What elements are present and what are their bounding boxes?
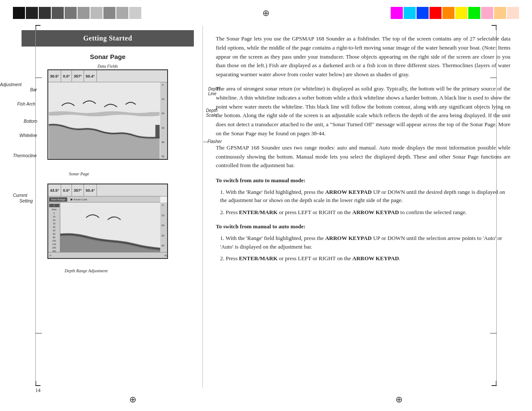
label-thermocline: Thermocline: [13, 153, 37, 158]
color-strip-right: [391, 7, 519, 19]
dr-df-3: 357°: [72, 184, 84, 196]
data-fields-label: Data Fields: [97, 64, 118, 68]
df-cell-3: 357°: [72, 70, 84, 82]
bold-arrow-keypad-4: ARROW KEYPAD: [352, 255, 399, 262]
bold-arrow-keypad-2: ARROW KEYPAD: [352, 209, 399, 215]
sonar-diagram-container: Data Fields Adjustment Bar Fish Arch Bot…: [22, 64, 194, 168]
label-setting: Setting: [19, 199, 33, 203]
label-whiteline: Whiteline: [19, 133, 37, 138]
main-content: Getting Started Sonar Page Data Fields A…: [0, 26, 532, 388]
dr-df-4: 50.4°: [84, 184, 97, 196]
dr-data-fields-row: 43.5° 0.0° 357° 50.4°: [48, 184, 167, 196]
swatch: [391, 7, 403, 19]
paragraph-3: The GPSMAP 168 Sounder uses two range mo…: [216, 143, 510, 170]
swatch: [481, 7, 493, 19]
label-bottom: Bottom: [24, 119, 37, 124]
heading-manual-to-auto: To switch from manual to auto mode:: [216, 222, 510, 231]
label-depth-scale: Depth Scale: [206, 108, 218, 118]
swatch: [26, 7, 38, 19]
color-strip-left: [13, 7, 141, 19]
depth-range-diagram: Current Setting 43.5° 0.0°: [47, 184, 194, 265]
depth-range-container: Current Setting 43.5° 0.0°: [22, 184, 194, 265]
sonar-svg: [48, 82, 160, 159]
side-mark-rt: [490, 78, 497, 78]
step-m2a-1: With the 'Range' field highlighted, pres…: [220, 234, 510, 251]
label-depth-line: Depth Line: [208, 87, 220, 96]
label-adjustment: Adjustment: [0, 82, 22, 87]
paragraph-1: The Sonar Page lets you use the GPSMAP 1…: [216, 34, 510, 79]
side-mark-lb: [35, 333, 42, 333]
dr-range-panel: 2 Auto 5 10 20 30 40 50 60 80 100 150: [48, 202, 60, 258]
bottom-crosshair-left: ⊕: [129, 394, 137, 405]
bold-enter-mark-1: ENTER/MARK: [239, 209, 278, 215]
sonar-display: [48, 82, 160, 159]
top-crosshair: ⊕: [262, 8, 270, 18]
label-flasher: —Flasher: [203, 139, 222, 144]
depth-range-screen: 43.5° 0.0° 357° 50.4°: [47, 184, 168, 259]
swatch: [442, 7, 454, 19]
swatch: [129, 7, 141, 19]
paragraph-2: The area of strongest sonar return (or w…: [216, 84, 510, 138]
swatch: [116, 7, 128, 19]
swatch: [39, 7, 51, 19]
bold-enter-mark-2: ENTER/MARK: [239, 255, 278, 262]
svg-rect-1: [156, 125, 160, 138]
bold-arrow-keypad-3: ARROW KEYPAD: [325, 235, 372, 241]
heading-auto-to-manual: To switch from auto to manual mode:: [216, 176, 510, 185]
swatch: [417, 7, 429, 19]
page-container: ⊕ Getting Started Sonar Page Data Fields: [0, 0, 532, 411]
steps-manual-to-auto: With the 'Range' field highlighted, pres…: [216, 234, 510, 263]
bottom-left-corner: [35, 381, 40, 386]
steps-auto-to-manual: With the 'Range' field highlighted, pres…: [216, 188, 510, 217]
swatch: [468, 7, 480, 19]
dr-sonar-display: [60, 202, 160, 258]
depth-range-adj-label: Depth Range Adjustment: [65, 268, 108, 273]
top-bar: ⊕: [0, 0, 532, 26]
swatch: [13, 7, 25, 19]
swatch: [507, 7, 519, 19]
label-bar: Bar: [30, 87, 37, 92]
section-header: Getting Started: [22, 30, 194, 47]
label-fish-arch: Fish Arch: [17, 102, 35, 106]
df-cell-1: 30.5°: [48, 70, 61, 82]
right-panel: The Sonar Page lets you use the GPSMAP 1…: [203, 26, 519, 388]
dr-sonar-svg: [60, 202, 160, 258]
swatch: [52, 7, 64, 19]
dr-df-2: 0.0°: [61, 184, 72, 196]
step-a2m-2: Press ENTER/MARK or press LEFT or RIGHT …: [220, 208, 510, 217]
swatch: [65, 7, 77, 19]
dr-status-bar: S 60: [48, 252, 168, 258]
sonar-screen: 30.5° 0.0° 357°: [47, 69, 168, 160]
swatch: [78, 7, 90, 19]
df-cell-4: 50.4°: [84, 70, 97, 82]
swatch: [429, 7, 442, 19]
left-panel: Getting Started Sonar Page Data Fields A…: [13, 26, 202, 388]
bottom-crosshairs: ⊕ ⊕: [0, 388, 532, 411]
step-m2a-2: Press ENTER/MARK or press LEFT or RIGHT …: [220, 254, 510, 263]
page-number: 14: [35, 387, 40, 394]
bold-arrow-keypad-1: ARROW KEYPAD: [325, 189, 372, 195]
data-fields-row: 30.5° 0.0° 357°: [48, 70, 167, 82]
sonar-page-title: Sonar Page: [90, 53, 126, 60]
swatch: [455, 7, 467, 19]
swatch: [404, 7, 416, 19]
sonar-diagram: Adjustment Bar Fish Arch Bottom Whitelin…: [47, 69, 194, 168]
swatch: [90, 7, 103, 19]
swatch: [103, 7, 115, 19]
df-cell-2: 0.0°: [61, 70, 72, 82]
side-mark-rb: [490, 333, 497, 333]
sonar-page-bottom-label: Sonar Page: [69, 171, 89, 176]
top-left-corner: [35, 25, 40, 30]
step-a2m-1: With the 'Range' field highlighted, pres…: [220, 188, 510, 205]
bottom-crosshair-right: ⊕: [395, 394, 403, 405]
swatch: [494, 7, 506, 19]
dr-df-1: 43.5°: [48, 184, 61, 196]
right-border-line: [496, 26, 497, 385]
dr-adjustment-bar: Auto Range ▶ Zoom Gain: [48, 196, 160, 202]
label-current: Current: [13, 193, 27, 198]
